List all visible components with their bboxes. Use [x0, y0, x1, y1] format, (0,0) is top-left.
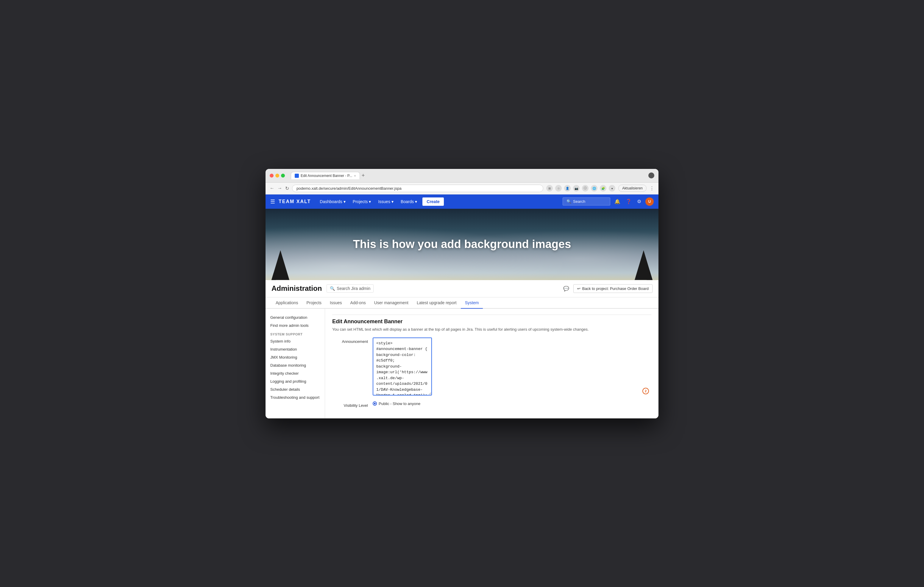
tab-latest-upgrade-report[interactable]: Latest upgrade report	[412, 298, 461, 309]
tree-left	[272, 250, 289, 280]
title-bar-right	[648, 173, 654, 178]
sidebar-link-jmx-monitoring[interactable]: JMX Monitoring	[266, 353, 325, 361]
nav-projects[interactable]: Projects ▾	[350, 194, 374, 209]
notifications-icon[interactable]: 🔔	[613, 199, 622, 204]
admin-body: General configuration Find more admin to…	[266, 309, 658, 418]
nav-issues[interactable]: Issues ▾	[375, 194, 396, 209]
admin-main: Edit Announcement Banner You can set HTM…	[325, 309, 658, 418]
visibility-form-row: Visibility Level Public - Show to anyone	[332, 401, 651, 408]
address-icons: ⊞ ☆ 👤 📷 ⓘ 🌐 🧩 ●	[546, 185, 615, 191]
textarea-counter: 2	[642, 388, 649, 394]
back-arrow-icon: ↩	[577, 286, 581, 291]
puzzle-icon[interactable]: 🧩	[600, 185, 606, 191]
announcement-textarea-wrapper: <style> #announcement-banner { backgroun…	[373, 337, 651, 397]
minimize-button[interactable]	[276, 174, 279, 178]
sidebar-link-find-more-admin-tools[interactable]: Find more admin tools	[266, 321, 325, 329]
admin-title: Administration	[272, 284, 322, 293]
admin-search-box[interactable]: 🔍 Search Jira admin	[327, 284, 374, 293]
search-box[interactable]: 🔍 Search	[563, 197, 610, 206]
maximize-button[interactable]	[281, 174, 285, 178]
account-avatar[interactable]: ●	[609, 185, 615, 191]
visibility-public-option[interactable]: Public - Show to anyone	[373, 401, 420, 406]
url-text: podemo.xalt.de/secure/admin/EditAnnounce…	[297, 186, 402, 191]
title-bar: Edit Announcement Banner - P... × +	[266, 169, 658, 183]
nav-logo: TEAM XALT	[279, 199, 311, 204]
extensions-icon[interactable]: ⊞	[546, 185, 553, 191]
page-description: You can set HTML text which will display…	[332, 327, 651, 332]
browser-more-button[interactable]: ⋮	[650, 186, 654, 191]
visibility-public-label: Public - Show to anyone	[379, 401, 420, 406]
nav-hamburger[interactable]: ☰	[270, 198, 275, 205]
visibility-options: Public - Show to anyone	[373, 401, 420, 406]
settings-icon[interactable]: ⚙	[636, 199, 642, 204]
traffic-lights	[270, 174, 285, 178]
nav-items: Dashboards ▾ Projects ▾ Issues ▾ Boards …	[317, 194, 563, 209]
user-avatar[interactable]: U	[645, 197, 654, 206]
tab-user-management[interactable]: User management	[370, 298, 412, 309]
top-nav: ☰ TEAM XALT Dashboards ▾ Projects ▾ Issu…	[266, 194, 658, 209]
close-button[interactable]	[270, 174, 274, 178]
back-to-project-button[interactable]: ↩ Back to project: Purchase Order Board	[573, 284, 652, 293]
app-content: ☰ TEAM XALT Dashboards ▾ Projects ▾ Issu…	[266, 194, 658, 418]
admin-section: Administration 🔍 Search Jira admin 💬 ↩ B…	[266, 280, 658, 418]
tab-issues[interactable]: Issues	[326, 298, 346, 309]
page-heading: Edit Announcement Banner	[332, 319, 651, 325]
address-bar: ← → ↻ podemo.xalt.de/secure/admin/EditAn…	[266, 183, 658, 194]
camera-icon[interactable]: 📷	[573, 185, 579, 191]
reload-button[interactable]: ↻	[285, 186, 289, 191]
profile-icon[interactable]: 👤	[564, 185, 571, 191]
announcement-form-row: Announcement <style> #announcement-banne…	[332, 337, 651, 397]
sidebar-link-general-configuration[interactable]: General configuration	[266, 313, 325, 321]
admin-sidebar: General configuration Find more admin to…	[266, 309, 325, 418]
search-icon: 🔍	[566, 199, 571, 204]
tab-favicon	[295, 174, 299, 178]
active-tab[interactable]: Edit Announcement Banner - P... ×	[291, 172, 360, 179]
tab-applications[interactable]: Applications	[272, 298, 302, 309]
browser-menu-icon[interactable]	[648, 173, 654, 178]
help-icon[interactable]: ❓	[625, 199, 633, 204]
create-button[interactable]: Create	[422, 197, 444, 206]
nav-right: 🔍 Search 🔔 ❓ ⚙ U	[563, 197, 654, 206]
tab-title: Edit Announcement Banner - P...	[301, 174, 352, 178]
admin-header: Administration 🔍 Search Jira admin 💬 ↩ B…	[266, 280, 658, 298]
admin-tabs: Applications Projects Issues Add-ons Use…	[266, 298, 658, 309]
url-bar[interactable]: podemo.xalt.de/secure/admin/EditAnnounce…	[292, 185, 543, 192]
announcement-label: Announcement	[332, 337, 368, 344]
sidebar-link-logging-and-profiling[interactable]: Logging and profiling	[266, 377, 325, 385]
sidebar-link-database-monitoring[interactable]: Database monitoring	[266, 361, 325, 369]
tree-right	[635, 250, 652, 280]
sidebar-link-scheduler-details[interactable]: Scheduler details	[266, 385, 325, 393]
admin-search-icon: 🔍	[330, 286, 335, 291]
nav-boards[interactable]: Boards ▾	[398, 194, 420, 209]
sidebar-link-system-info[interactable]: System info	[266, 337, 325, 345]
radio-public[interactable]	[373, 401, 377, 406]
visibility-label: Visibility Level	[332, 401, 368, 408]
bookmark-icon[interactable]: ☆	[555, 185, 562, 191]
browser-window: Edit Announcement Banner - P... × + ← → …	[266, 169, 658, 418]
aktualisieren-button[interactable]: Aktualisieren	[618, 185, 647, 192]
info-icon[interactable]: ⓘ	[582, 185, 589, 191]
nav-dashboards[interactable]: Dashboards ▾	[317, 194, 348, 209]
translate-icon[interactable]: 🌐	[591, 185, 597, 191]
feedback-icon[interactable]: 💬	[562, 286, 570, 291]
tab-system[interactable]: System	[461, 298, 483, 309]
tab-close-button[interactable]: ×	[354, 174, 356, 178]
forward-button[interactable]: →	[277, 186, 282, 191]
announcement-textarea[interactable]: <style> #announcement-banner { backgroun…	[373, 337, 432, 396]
sidebar-link-troubleshooting[interactable]: Troubleshooting and support	[266, 393, 325, 401]
back-button[interactable]: ←	[270, 186, 274, 191]
new-tab-button[interactable]: +	[362, 173, 365, 179]
sidebar-link-integrity-checker[interactable]: Integrity checker	[266, 369, 325, 377]
tab-projects[interactable]: Projects	[302, 298, 326, 309]
sidebar-section-system-support: System Support	[266, 329, 325, 337]
tab-addons[interactable]: Add-ons	[346, 298, 370, 309]
hero-title: This is how you add background images	[353, 238, 571, 251]
sidebar-link-instrumentation[interactable]: Instrumentation	[266, 345, 325, 353]
tab-bar: Edit Announcement Banner - P... × +	[291, 172, 642, 179]
hero-banner: This is how you add background images	[266, 209, 658, 280]
